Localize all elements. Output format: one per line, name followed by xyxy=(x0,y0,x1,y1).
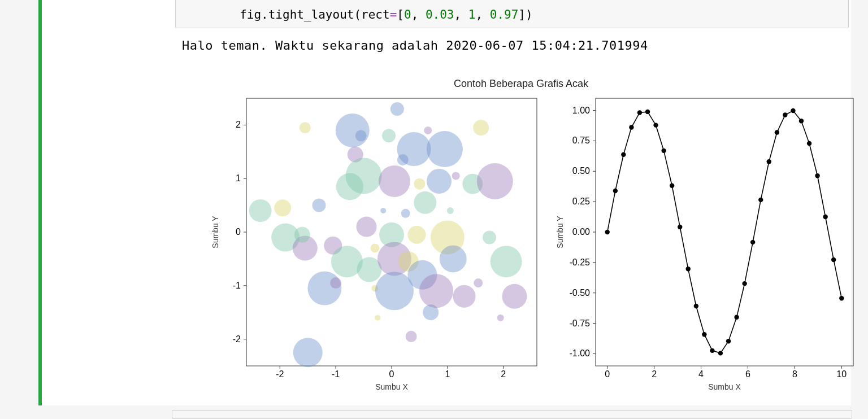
scatter-point xyxy=(414,178,425,190)
scatter-point xyxy=(330,277,341,289)
line-marker xyxy=(831,257,836,262)
scatter-point xyxy=(397,132,431,166)
code-token: ]) xyxy=(518,8,532,21)
code-token: [ xyxy=(397,8,404,21)
code-line-1: fig.tight_layout(rect=[0, 0.03, 1, 0.97]… xyxy=(183,0,841,28)
line-marker xyxy=(791,108,795,113)
svg-rect-11 xyxy=(596,98,853,366)
scatter-point xyxy=(419,274,453,308)
code-token: 0 xyxy=(404,8,411,21)
scatter-point xyxy=(300,122,311,133)
code-token: 1 xyxy=(468,8,476,21)
x-axis-label: Sumbu X xyxy=(375,382,408,391)
ytick-label: 0.50 xyxy=(572,166,590,176)
scatter-point xyxy=(336,114,370,147)
code-token: = xyxy=(390,8,397,21)
line-marker xyxy=(621,152,626,157)
code-token: , xyxy=(454,8,468,21)
scatter-point xyxy=(452,172,460,180)
code-token: , xyxy=(475,8,489,21)
line-marker xyxy=(758,198,763,202)
scatter-plot: -2-1012-2-1012Sumbu XSumbu Y xyxy=(210,94,544,393)
stdout-text: Halo teman. Waktu sekarang adalah 2020-0… xyxy=(182,38,648,53)
scatter-point xyxy=(380,208,386,213)
line-marker xyxy=(653,123,658,127)
line-plot: 0246810-1.00-0.75-0.50-0.250.000.250.500… xyxy=(555,94,860,393)
line-marker xyxy=(742,281,747,286)
ytick-label: -0.25 xyxy=(570,257,591,267)
scatter-point xyxy=(477,163,513,199)
ytick-label: 1 xyxy=(236,173,241,183)
scatter-point xyxy=(474,278,483,287)
line-marker xyxy=(823,215,827,219)
ytick-label: 0.00 xyxy=(572,227,590,237)
scatter-point xyxy=(274,199,291,216)
scatter-point xyxy=(406,331,417,342)
y-axis-label: Sumbu Y xyxy=(211,216,220,248)
xtick-label: 2 xyxy=(501,369,506,379)
ytick-label: 2 xyxy=(236,120,241,129)
xtick-label: 4 xyxy=(698,369,704,379)
x-axis-label: Sumbu X xyxy=(708,382,741,391)
page-root: fig.tight_layout(rect=[0, 0.03, 1, 0.97]… xyxy=(0,0,868,419)
figure-suptitle: Contoh Beberapa Grafis Acak xyxy=(182,78,860,90)
line-marker xyxy=(702,332,706,337)
scatter-point xyxy=(427,169,452,194)
scatter-point xyxy=(370,243,379,252)
scatter-point xyxy=(407,226,426,244)
scatter-point xyxy=(390,102,404,116)
ytick-label: -1 xyxy=(233,281,241,290)
ytick-label: 0 xyxy=(236,227,241,237)
xtick-label: 8 xyxy=(792,369,797,379)
next-code-cell[interactable] xyxy=(172,410,852,419)
xtick-label: 0 xyxy=(389,369,394,379)
xtick-label: 6 xyxy=(745,369,750,379)
scatter-point xyxy=(440,245,467,272)
scatter-point xyxy=(447,207,454,214)
line-series xyxy=(607,111,842,353)
line-marker xyxy=(629,125,633,129)
xtick-label: 1 xyxy=(445,369,450,379)
line-marker xyxy=(605,230,610,234)
scatter-point xyxy=(427,131,463,167)
scatter-point xyxy=(502,284,527,309)
line-marker xyxy=(613,189,618,193)
line-marker xyxy=(645,110,650,114)
xtick-label: 10 xyxy=(836,369,847,379)
scatter-point xyxy=(473,120,489,136)
scatter-point xyxy=(379,165,410,197)
scatter-point xyxy=(424,126,432,134)
code-token: 0.97 xyxy=(490,8,519,21)
code-input[interactable]: fig.tight_layout(rect=[0, 0.03, 1, 0.97]… xyxy=(175,0,849,28)
line-marker xyxy=(694,304,698,308)
xtick-label: -1 xyxy=(332,369,340,379)
scatter-point xyxy=(293,338,323,367)
line-marker xyxy=(726,339,731,343)
scatter-point xyxy=(355,130,367,141)
code-token: , xyxy=(411,8,426,21)
ytick-label: -1.00 xyxy=(570,348,591,358)
line-marker xyxy=(670,183,674,187)
ytick-label: 0.25 xyxy=(572,197,590,206)
line-marker xyxy=(718,351,723,355)
line-marker xyxy=(799,119,804,123)
scatter-point xyxy=(497,315,504,321)
line-marker xyxy=(807,141,811,146)
code-token: 0.03 xyxy=(426,8,454,21)
y-axis-label: Sumbu Y xyxy=(555,216,565,248)
line-marker xyxy=(839,296,844,300)
xtick-label: 0 xyxy=(605,369,610,379)
scatter-point xyxy=(414,191,436,214)
ytick-label: 0.75 xyxy=(572,136,590,145)
xtick-label: 2 xyxy=(652,369,657,379)
line-marker xyxy=(686,267,691,271)
scatter-point xyxy=(491,246,522,277)
ytick-label: -0.75 xyxy=(570,318,591,328)
scatter-point xyxy=(375,272,414,310)
line-marker xyxy=(710,348,714,353)
scatter-point xyxy=(294,227,310,243)
notebook-cell: fig.tight_layout(rect=[0, 0.03, 1, 0.97]… xyxy=(38,0,851,405)
line-marker xyxy=(661,149,666,153)
matplotlib-figure: Contoh Beberapa Grafis Acak -2-1012-2-10… xyxy=(182,68,860,395)
scatter-point xyxy=(401,209,410,218)
